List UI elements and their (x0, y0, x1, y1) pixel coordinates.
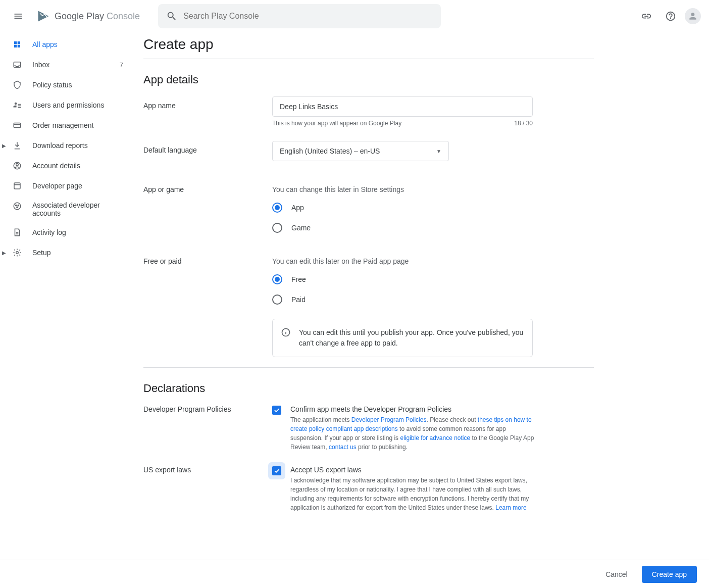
free-or-paid-label: Free or paid (143, 257, 272, 357)
app-name-helper: This is how your app will appear on Goog… (272, 120, 401, 127)
link-learn-more[interactable]: Learn more (495, 504, 526, 511)
inbox-icon (12, 60, 22, 70)
svg-point-7 (18, 205, 19, 206)
policies-label: Developer Program Policies (143, 405, 272, 452)
policies-checkbox[interactable] (272, 406, 281, 415)
field-free-or-paid: Free or paid You can edit this later on … (143, 257, 594, 357)
radio-game[interactable]: Game (272, 223, 594, 233)
radio-label: Game (291, 224, 311, 232)
field-default-language: Default language English (United States)… (143, 141, 594, 161)
header: Google Play Console (0, 0, 709, 32)
svg-rect-4 (14, 183, 20, 189)
info-box: You can edit this until you publish your… (272, 319, 533, 357)
section-declarations: Declarations (143, 382, 594, 395)
svg-point-6 (16, 205, 17, 206)
logo-text: Google Play Console (55, 11, 140, 22)
sidebar-item-inbox[interactable]: Inbox 7 (0, 55, 131, 75)
sidebar-item-label: Order management (32, 121, 123, 129)
sidebar: All apps Inbox 7 Policy status Users and… (0, 32, 131, 577)
account-icon (12, 161, 22, 171)
shield-icon (12, 80, 22, 90)
svg-rect-1 (14, 123, 21, 128)
field-app-or-game: App or game You can change this later in… (143, 185, 594, 233)
document-icon (12, 227, 22, 237)
export-checkbox[interactable] (272, 466, 281, 475)
sidebar-item-policy[interactable]: Policy status (0, 75, 131, 95)
link-advance-notice[interactable]: eligible for advance notice (400, 434, 470, 442)
radio-input (272, 295, 282, 305)
radio-label: Paid (291, 296, 306, 304)
create-app-button[interactable]: Create app (642, 566, 697, 577)
hamburger-icon (13, 11, 23, 21)
app-name-label: App name (143, 96, 272, 127)
card-icon (12, 120, 22, 130)
inbox-count: 7 (120, 61, 123, 69)
field-app-name: App name This is how your app will appea… (143, 96, 594, 127)
help-button[interactable] (661, 6, 681, 26)
app-or-game-label: App or game (143, 185, 272, 233)
avatar[interactable] (685, 8, 701, 24)
help-icon (665, 11, 676, 22)
person-icon (688, 11, 698, 21)
page-icon (12, 181, 22, 191)
svg-point-9 (16, 252, 19, 254)
link-icon (641, 11, 652, 22)
info-text: You can edit this until you publish your… (299, 327, 524, 349)
link-button[interactable] (636, 6, 656, 26)
divider (143, 59, 594, 59)
page-title: Create app (143, 36, 594, 53)
sidebar-item-label: Developer page (32, 182, 123, 190)
app-or-game-hint: You can change this later in Store setti… (272, 185, 594, 193)
app-name-input[interactable] (272, 96, 533, 117)
sidebar-item-account[interactable]: Account details (0, 156, 131, 176)
export-title: Accept US export laws (290, 466, 538, 474)
sidebar-item-all-apps[interactable]: All apps (0, 34, 131, 55)
info-icon (281, 327, 291, 337)
export-description: I acknowledge that my software applicati… (290, 476, 538, 512)
sidebar-item-associated[interactable]: Associated developer accounts (0, 196, 131, 222)
footer-actions: Cancel Create app (0, 560, 709, 577)
radio-input (272, 203, 282, 213)
sidebar-item-label: Policy status (32, 81, 123, 89)
sidebar-item-orders[interactable]: Order management (0, 115, 131, 135)
expand-icon: ▶ (2, 143, 6, 149)
policies-description: The application meets Developer Program … (290, 415, 538, 452)
app-name-counter: 18 / 30 (514, 120, 533, 127)
default-language-select[interactable]: English (United States) – en-US ▼ (272, 141, 449, 161)
sidebar-item-setup[interactable]: ▶ Setup (0, 242, 131, 263)
menu-button[interactable] (8, 6, 28, 26)
radio-free[interactable]: Free (272, 274, 594, 284)
radio-app[interactable]: App (272, 203, 594, 213)
field-export-laws: US export laws Accept US export laws I a… (143, 466, 594, 512)
search-box[interactable] (158, 4, 441, 28)
logo[interactable]: Google Play Console (36, 9, 140, 23)
sidebar-item-devpage[interactable]: Developer page (0, 176, 131, 196)
play-console-icon (36, 9, 50, 23)
sidebar-item-activity[interactable]: Activity log (0, 222, 131, 242)
field-policies: Developer Program Policies Confirm app m… (143, 405, 594, 452)
cancel-button[interactable]: Cancel (597, 566, 636, 577)
download-icon (12, 140, 22, 151)
sidebar-item-label: All apps (32, 40, 123, 48)
apps-icon (12, 39, 22, 50)
link-contact[interactable]: contact us (329, 444, 357, 451)
divider (143, 367, 594, 368)
link-program-policies[interactable]: Developer Program Policies (351, 416, 427, 423)
export-label: US export laws (143, 466, 272, 512)
search-input[interactable] (183, 12, 433, 21)
radio-input (272, 274, 282, 284)
default-language-value: English (United States) – en-US (280, 147, 380, 155)
policies-title: Confirm app meets the Developer Program … (290, 405, 538, 413)
section-app-details: App details (143, 73, 594, 86)
radio-input (272, 223, 282, 233)
svg-point-3 (16, 164, 19, 166)
sidebar-item-label: Account details (32, 162, 123, 170)
sidebar-item-downloads[interactable]: ▶ Download reports (0, 135, 131, 156)
users-icon (12, 100, 22, 110)
search-icon (166, 11, 177, 22)
radio-paid[interactable]: Paid (272, 295, 594, 305)
check-icon (273, 407, 280, 414)
sidebar-item-users[interactable]: Users and permissions (0, 95, 131, 115)
gear-icon (12, 248, 22, 258)
chevron-down-icon: ▼ (436, 149, 441, 154)
